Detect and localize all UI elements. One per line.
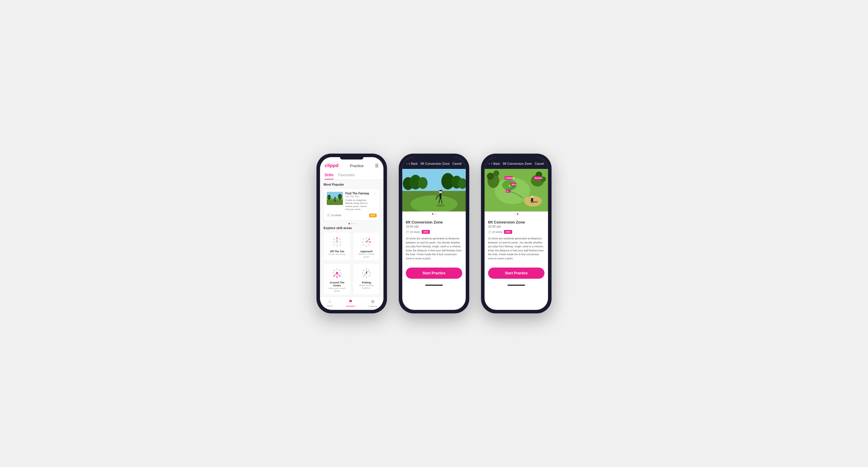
- svg-rect-6: [339, 198, 341, 200]
- svg-rect-4: [329, 198, 330, 200]
- notch-1: [340, 157, 364, 160]
- svg-line-38: [364, 242, 366, 245]
- drill-tag-3: ARG: [504, 230, 512, 234]
- svg-point-87: [369, 270, 370, 271]
- skill-card-approach[interactable]: Approach Dial-in to hit the green: [353, 232, 380, 261]
- screen-container: clippd Practice ☰ Drills Favourites Most…: [316, 154, 552, 313]
- skill-grid: Off The Tee Power accuracy: [323, 232, 380, 295]
- svg-line-81: [366, 273, 369, 276]
- drill-title: Find The Fairway: [345, 192, 371, 195]
- nav-activities[interactable]: ⚑ Activities: [346, 299, 355, 307]
- svg-point-92: [362, 273, 363, 274]
- back-button-2[interactable]: ‹ < Back: [406, 162, 417, 165]
- phone-1: clippd Practice ☰ Drills Favourites Most…: [316, 154, 387, 313]
- svg-line-19: [334, 242, 337, 245]
- skill-card-atg[interactable]: Around The Green Hone your short game: [323, 263, 350, 295]
- skill-card-ott[interactable]: Off The Tee Power accuracy: [323, 232, 350, 261]
- most-popular-title: Most Popular: [323, 183, 380, 186]
- phone-1-screen: clippd Practice ☰ Drills Favourites Most…: [320, 157, 383, 310]
- bookmark-icon[interactable]: ☆: [373, 192, 377, 196]
- tab-favourites[interactable]: Favourites: [338, 171, 355, 179]
- golf-thumbnail-svg: [327, 192, 343, 205]
- shots-meta-2: 🕐 20 shots: [406, 231, 420, 234]
- cancel-button-3[interactable]: Cancel: [535, 162, 544, 165]
- activities-label: Activities: [346, 305, 355, 307]
- svg-point-76: [336, 272, 338, 274]
- drill-tag: OTT: [369, 213, 377, 218]
- back-button-3[interactable]: ‹ < Back: [489, 162, 500, 165]
- tab-bar: Drills Favourites: [325, 171, 379, 179]
- svg-point-90: [366, 277, 367, 278]
- svg-point-44: [369, 245, 370, 245]
- phone-2: ‹ < Back 6ft Conversion Zone Cancel: [399, 154, 469, 313]
- svg-point-52: [370, 241, 371, 243]
- phone-3-screen: ‹ < Back 6ft Conversion Zone Cancel SAND: [485, 157, 548, 310]
- detail-title-2: 6ft Conversion Zone: [421, 162, 450, 165]
- nav-home[interactable]: ⌂ Home: [327, 299, 333, 307]
- svg-point-102: [418, 177, 428, 189]
- drill-desc-2: 20 shots are randomly generated at dista…: [406, 237, 462, 261]
- svg-point-26: [337, 246, 338, 247]
- putting-name: Putting: [362, 281, 371, 284]
- drill-meta-3: 🕐 20 shots ARG: [488, 230, 545, 234]
- svg-point-51: [369, 238, 370, 240]
- svg-line-39: [363, 242, 366, 242]
- screen1-header: clippd Practice ☰ Drills Favourites: [320, 157, 383, 180]
- detail-body-2: 6ft Conversion Zone 10-50 yds 🕐 20 shots…: [402, 216, 466, 264]
- svg-point-95: [366, 271, 367, 272]
- svg-point-98: [365, 275, 366, 275]
- drill-info: Find The Fairway Off The Tee Create an i…: [345, 192, 371, 211]
- back-chevron-3: ‹: [489, 162, 490, 165]
- svg-point-124: [487, 173, 494, 180]
- start-practice-button-2[interactable]: Start Practice: [406, 268, 462, 279]
- capture-label: Capture: [369, 305, 377, 307]
- activities-icon: ⚑: [348, 299, 352, 304]
- atg-icon-area: [329, 266, 345, 279]
- svg-point-31: [336, 237, 338, 238]
- svg-point-45: [366, 246, 367, 247]
- detail-dots-2: [402, 211, 466, 216]
- golf-map-svg: SAND FAIRWAY ROUGH: [485, 169, 548, 211]
- bottom-bar-2: [402, 282, 466, 288]
- clock-icon: 🕐: [327, 214, 330, 217]
- svg-point-93: [363, 270, 364, 271]
- atg-name: Around The Green: [326, 281, 348, 287]
- skill-card-putting[interactable]: Putting Make and lag practice: [353, 263, 380, 295]
- menu-icon[interactable]: ☰: [375, 163, 379, 168]
- shots-text: 10 shots: [331, 214, 341, 217]
- featured-drill-card[interactable]: Find The Fairway Off The Tee Create an i…: [323, 189, 380, 221]
- drill-thumbnail: [327, 192, 343, 205]
- nav-capture[interactable]: ⊕ Capture: [369, 299, 377, 307]
- svg-point-116: [436, 204, 445, 207]
- svg-point-75: [339, 275, 341, 277]
- svg-line-40: [364, 239, 366, 242]
- svg-point-64: [341, 273, 341, 274]
- cancel-button-2[interactable]: Cancel: [453, 162, 462, 165]
- dot-inactive-3a: [514, 213, 516, 215]
- hero-photo-2: [402, 169, 466, 211]
- svg-point-89: [369, 276, 370, 277]
- svg-point-94: [366, 272, 367, 273]
- drill-meta-2: 🕐 20 shots ARG: [406, 230, 462, 234]
- svg-point-69: [334, 270, 335, 271]
- phone-2-screen: ‹ < Back 6ft Conversion Zone Cancel: [402, 157, 466, 310]
- start-practice-button-3[interactable]: Start Practice: [488, 268, 545, 279]
- drill-range-3: 10-50 yds: [488, 225, 545, 228]
- back-label-3: < Back: [491, 162, 500, 165]
- shots-text-3: 20 shots: [492, 231, 502, 234]
- card-pagination: [323, 223, 380, 224]
- svg-point-74: [336, 277, 338, 278]
- ott-name: Off The Tee: [330, 250, 344, 253]
- svg-point-48: [363, 239, 364, 240]
- svg-point-29: [334, 239, 335, 240]
- practice-title: Practice: [350, 164, 364, 168]
- svg-point-62: [337, 269, 338, 270]
- detail-dots-3: [485, 211, 548, 216]
- svg-point-136: [531, 196, 533, 198]
- svg-point-91: [363, 276, 364, 277]
- putting-icon-area: [359, 266, 375, 279]
- tab-drills[interactable]: Drills: [325, 171, 334, 179]
- drill-subtitle: Off The Tee: [345, 195, 371, 198]
- svg-point-25: [340, 245, 341, 245]
- svg-point-23: [340, 239, 341, 240]
